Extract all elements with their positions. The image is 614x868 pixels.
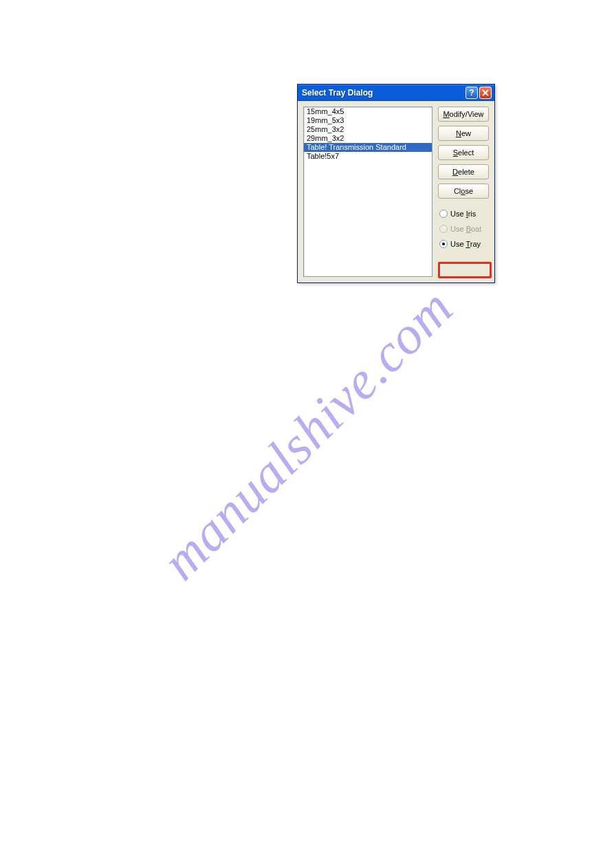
radio-icon (439, 240, 448, 248)
button-label: Select (453, 148, 474, 157)
help-icon: ? (469, 88, 474, 98)
list-item[interactable]: 25mm_3x2 (304, 125, 432, 134)
radio-label: Use Tray (450, 240, 481, 248)
mode-radio-group: Use Iris Use Boat Use Tray (438, 208, 489, 249)
use-boat-radio: Use Boat (438, 223, 489, 234)
list-item[interactable]: 19mm_5x3 (304, 116, 432, 125)
radio-label: Use Iris (450, 210, 476, 218)
list-item-selected[interactable]: Table! Transmission Standard (304, 143, 432, 152)
delete-button[interactable]: Delete (438, 164, 489, 179)
radio-label: Use Boat (450, 225, 481, 233)
list-item[interactable]: Table!5x7 (304, 152, 432, 161)
close-window-button[interactable] (479, 87, 492, 99)
modify-view-button[interactable]: Modify/View (438, 107, 489, 122)
help-button[interactable]: ? (465, 87, 478, 99)
select-button[interactable]: Select (438, 145, 489, 160)
radio-icon (439, 210, 448, 218)
button-label: Modify/View (443, 110, 483, 118)
dialog-title: Select Tray Dialog (302, 88, 464, 98)
dialog-side-panel: Modify/View New Select Delete Close Use … (438, 107, 489, 277)
select-tray-dialog: Select Tray Dialog ? 15mm_4x5 19mm_5x3 2… (297, 84, 495, 283)
radio-dot-icon (442, 243, 445, 245)
new-button[interactable]: New (438, 126, 489, 141)
button-label: Close (454, 187, 473, 195)
list-item[interactable]: 15mm_4x5 (304, 107, 432, 116)
dialog-client-area: 15mm_4x5 19mm_5x3 25mm_3x2 29mm_3x2 Tabl… (298, 101, 494, 282)
close-icon (482, 89, 489, 96)
radio-icon (439, 225, 448, 233)
watermark-text: manualshive.com (149, 276, 465, 592)
tray-listbox[interactable]: 15mm_4x5 19mm_5x3 25mm_3x2 29mm_3x2 Tabl… (303, 107, 432, 277)
dialog-titlebar: Select Tray Dialog ? (298, 85, 494, 101)
use-tray-radio[interactable]: Use Tray (438, 238, 489, 249)
button-label: New (456, 129, 471, 137)
list-item[interactable]: 29mm_3x2 (304, 134, 432, 143)
use-iris-radio[interactable]: Use Iris (438, 208, 489, 219)
close-button[interactable]: Close (438, 183, 489, 199)
button-label: Delete (452, 168, 474, 176)
